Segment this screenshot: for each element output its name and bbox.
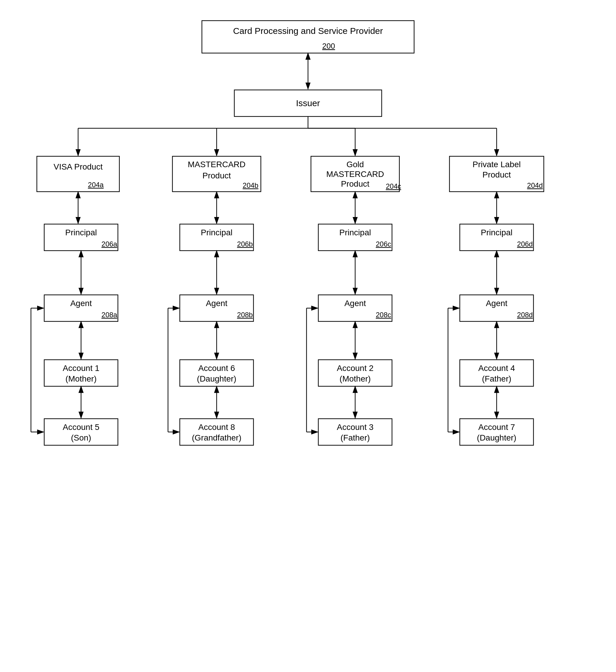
svg-rect-7 <box>37 156 119 192</box>
svg-text:Account 1: Account 1 <box>63 364 100 373</box>
svg-text:204c: 204c <box>386 182 401 190</box>
svg-text:200: 200 <box>322 42 335 50</box>
svg-text:204a: 204a <box>88 181 104 189</box>
svg-text:(Mother): (Mother) <box>65 374 97 383</box>
svg-text:Agent: Agent <box>486 299 507 308</box>
svg-text:Account 5: Account 5 <box>63 423 100 432</box>
svg-text:(Daughter): (Daughter) <box>197 374 236 383</box>
svg-text:Account 8: Account 8 <box>198 423 235 432</box>
diagram: Card Processing and Service Provider 200… <box>28 12 588 661</box>
svg-text:(Father): (Father) <box>340 433 370 442</box>
svg-text:Private Label: Private Label <box>472 160 521 169</box>
svg-text:204d: 204d <box>527 181 543 189</box>
svg-text:Agent: Agent <box>344 299 366 308</box>
svg-text:Card Processing and Service Pr: Card Processing and Service Provider <box>233 26 383 36</box>
svg-text:208c: 208c <box>376 311 391 319</box>
svg-text:206a: 206a <box>101 240 117 248</box>
svg-text:(Daughter): (Daughter) <box>477 433 516 442</box>
svg-text:Principal: Principal <box>481 228 512 237</box>
svg-text:MASTERCARD: MASTERCARD <box>188 160 246 169</box>
svg-text:(Grandfather): (Grandfather) <box>192 433 241 442</box>
svg-text:Product: Product <box>341 179 370 188</box>
svg-text:Account 2: Account 2 <box>337 364 374 373</box>
diagram-svg: Card Processing and Service Provider 200… <box>28 12 588 661</box>
svg-text:206d: 206d <box>517 240 533 248</box>
svg-text:Principal: Principal <box>65 228 97 237</box>
svg-text:Gold: Gold <box>346 160 364 169</box>
svg-text:208d: 208d <box>517 311 533 319</box>
svg-text:204b: 204b <box>243 181 258 189</box>
svg-text:208a: 208a <box>101 311 117 319</box>
svg-text:Principal: Principal <box>201 228 232 237</box>
svg-text:(Mother): (Mother) <box>340 374 371 383</box>
svg-text:VISA Product: VISA Product <box>54 162 103 171</box>
svg-text:Account 3: Account 3 <box>337 423 374 432</box>
svg-text:Agent: Agent <box>206 299 227 308</box>
svg-text:206b: 206b <box>237 240 253 248</box>
svg-text:Account 7: Account 7 <box>478 423 515 432</box>
svg-text:208b: 208b <box>237 311 253 319</box>
svg-text:Account 4: Account 4 <box>478 364 515 373</box>
svg-text:Principal: Principal <box>339 228 371 237</box>
svg-text:Product: Product <box>202 171 231 180</box>
svg-rect-2 <box>202 21 414 53</box>
svg-text:206c: 206c <box>376 240 391 248</box>
svg-text:(Son): (Son) <box>71 433 91 442</box>
svg-text:Issuer: Issuer <box>296 98 320 108</box>
svg-text:Product: Product <box>482 170 511 179</box>
svg-text:(Father): (Father) <box>482 374 511 383</box>
svg-text:Account 6: Account 6 <box>198 364 235 373</box>
svg-text:MASTERCARD: MASTERCARD <box>326 169 384 179</box>
svg-text:Agent: Agent <box>70 299 92 308</box>
